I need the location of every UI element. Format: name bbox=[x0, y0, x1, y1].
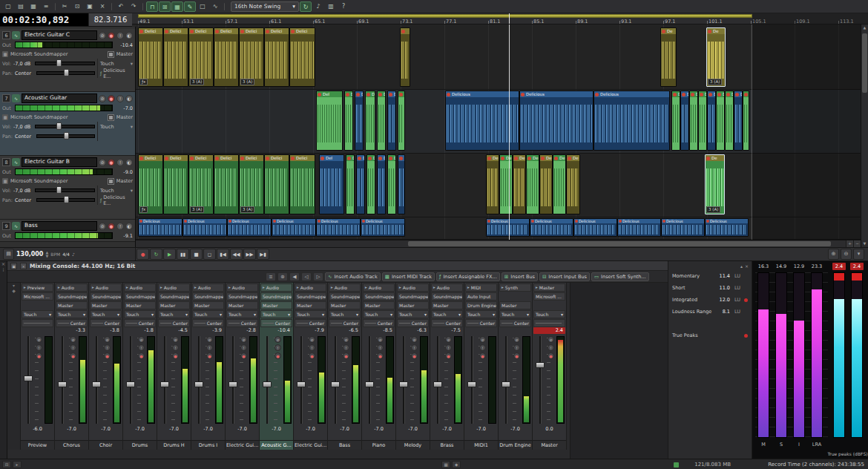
audio-clip[interactable]: De bbox=[365, 91, 375, 151]
audio-clip[interactable]: Delici bbox=[289, 154, 315, 214]
channel-name[interactable]: Electric Gui... bbox=[226, 440, 259, 450]
volume-fader[interactable] bbox=[365, 336, 374, 424]
track-name[interactable]: Bass bbox=[22, 221, 97, 231]
pan-control[interactable]: Center bbox=[90, 319, 122, 327]
channel-name[interactable]: Preview bbox=[21, 440, 54, 450]
record-arm-button[interactable]: ● bbox=[104, 352, 111, 359]
audio-clip[interactable]: Delici bbox=[264, 27, 289, 87]
channel-output[interactable]: Master bbox=[363, 301, 395, 309]
panel-expand-icon[interactable]: ▴ bbox=[740, 263, 743, 269]
track-header[interactable]: 9 ∿ Bass ⊘ ● ! ◐ Out -9.1 ▥ bbox=[0, 220, 135, 242]
volume-slider[interactable] bbox=[35, 62, 95, 65]
save-project-icon[interactable]: ▦ bbox=[27, 1, 39, 12]
channel-name[interactable]: Drums I bbox=[191, 440, 225, 450]
channel-output[interactable]: Drum Engine bbox=[465, 301, 497, 309]
channel-device[interactable]: ▸Synth bbox=[499, 283, 531, 292]
automation-mode-select[interactable]: Touch▾ bbox=[90, 310, 122, 318]
volume-fader[interactable] bbox=[331, 336, 340, 424]
channel-input[interactable]: Soundmapper bbox=[124, 292, 156, 301]
pan-control[interactable] bbox=[533, 319, 565, 327]
bpm-spinner[interactable]: ▲▼ bbox=[45, 251, 48, 258]
redo-icon[interactable]: ↷ bbox=[128, 1, 139, 12]
phase-button[interactable]: ◐ bbox=[125, 159, 133, 166]
mute-button[interactable]: ⊘ bbox=[309, 336, 315, 343]
automation-mode-select[interactable]: Touch▾ bbox=[499, 310, 531, 318]
play-button[interactable]: ▶ bbox=[163, 249, 176, 260]
mute-button[interactable]: ⊘ bbox=[138, 336, 145, 343]
solo-button[interactable]: ! bbox=[116, 159, 124, 166]
pin-icon[interactable]: ▣ bbox=[10, 263, 17, 269]
solo-button[interactable]: ! bbox=[411, 344, 418, 351]
audio-clip[interactable]: De bbox=[707, 91, 716, 151]
channel-name[interactable]: Brass bbox=[430, 440, 464, 450]
automation-mode-select[interactable]: Touch▾ bbox=[533, 310, 565, 318]
solo-button[interactable]: ! bbox=[116, 223, 124, 230]
channel-strip[interactable]: ▸Master Microsoft ... Touch▾ 2.4 ⊘ ! bbox=[533, 283, 567, 450]
channel-device[interactable]: ▸Audio bbox=[56, 283, 88, 292]
pan-control[interactable]: Center bbox=[56, 319, 88, 327]
channel-device[interactable]: ▸Audio bbox=[90, 283, 122, 292]
volume-fader[interactable] bbox=[502, 336, 510, 424]
channel-name[interactable]: Drums H bbox=[157, 440, 191, 450]
volume-fader[interactable] bbox=[24, 336, 33, 424]
audio-clip[interactable]: De bbox=[680, 91, 689, 151]
channel-device[interactable]: ▸Preview bbox=[22, 283, 53, 292]
solo-button[interactable]: ! bbox=[309, 344, 315, 351]
audio-clip[interactable]: Delici bbox=[214, 27, 239, 87]
output-bus[interactable]: Microsoft Soundmapper bbox=[10, 114, 68, 120]
mixer-nav-right-icon[interactable]: ▷ bbox=[313, 272, 323, 281]
pan-slider[interactable] bbox=[36, 134, 95, 138]
record-arm-button[interactable]: ● bbox=[36, 352, 42, 359]
solo-button[interactable]: ! bbox=[206, 344, 213, 351]
channel-name[interactable]: Bass bbox=[328, 440, 361, 450]
channel-input[interactable]: Soundmapper bbox=[397, 292, 429, 301]
mute-button[interactable]: ⊘ bbox=[99, 95, 106, 102]
audio-clip[interactable]: De bbox=[553, 154, 566, 214]
audio-clip[interactable]: Delici3 (A) bbox=[239, 27, 264, 87]
loop-region-bar[interactable] bbox=[138, 14, 752, 18]
automation-mode-select[interactable]: Touch▾ bbox=[158, 310, 190, 318]
volume-fader[interactable] bbox=[536, 336, 545, 424]
record-button[interactable]: ● bbox=[137, 249, 149, 260]
pan-control[interactable]: Center bbox=[431, 319, 463, 327]
mixer-nav-left-icon[interactable]: ◁ bbox=[301, 272, 312, 281]
automation-mode-select[interactable]: Touch▾ bbox=[260, 310, 292, 318]
audio-clip[interactable]: Delicious bbox=[617, 218, 661, 237]
volume-fader[interactable] bbox=[467, 336, 476, 424]
horizontal-scrollbar[interactable]: + − bbox=[136, 240, 861, 247]
quantize-toggle-icon[interactable]: ▦ bbox=[171, 1, 183, 12]
pan-control[interactable]: Center bbox=[124, 319, 156, 327]
channel-device[interactable]: ▸Audio bbox=[363, 283, 395, 292]
audio-clip[interactable]: Delicious bbox=[445, 91, 519, 151]
channel-output[interactable]: Master bbox=[226, 301, 258, 309]
close-icon[interactable]: × bbox=[20, 263, 27, 269]
channel-input[interactable]: Soundmapper bbox=[363, 292, 395, 301]
audio-clip[interactable]: De bbox=[344, 91, 353, 151]
automation-mode-select[interactable]: Touch▾ bbox=[226, 310, 258, 318]
audio-clip[interactable]: De bbox=[486, 154, 499, 214]
channel-output[interactable]: Master bbox=[90, 301, 122, 309]
audio-clip[interactable]: Delicious bbox=[272, 218, 316, 237]
volume-fader[interactable] bbox=[92, 336, 101, 424]
channel-output[interactable]: Master bbox=[192, 301, 224, 309]
mixer-menu-icon[interactable]: ≡ bbox=[266, 272, 276, 281]
record-arm-button[interactable]: ● bbox=[274, 352, 281, 359]
solo-button[interactable]: ! bbox=[343, 344, 349, 351]
channel-name[interactable]: Melody bbox=[396, 440, 430, 450]
audio-clip[interactable]: De3 (A) bbox=[706, 27, 726, 87]
audio-clip[interactable] bbox=[398, 91, 405, 151]
channel-strip[interactable]: ▸Audio Soundmapper Master Touch▾ Center … bbox=[89, 283, 123, 450]
automation-mode-select[interactable]: Touch▾ bbox=[22, 310, 53, 318]
undo-icon[interactable]: ↶ bbox=[115, 1, 127, 12]
mute-button[interactable]: ⊘ bbox=[206, 336, 213, 343]
volume-fader[interactable] bbox=[228, 336, 237, 424]
mixer-speaker-icon[interactable]: ◀ bbox=[289, 272, 300, 281]
channel-strip[interactable]: ▸Audio Soundmapper Master Touch▾ Center … bbox=[328, 283, 362, 450]
audio-clip[interactable]: Delicious bbox=[661, 218, 705, 237]
automation-mode-select[interactable]: Touch▾ bbox=[329, 310, 361, 318]
frame-button[interactable]: ◻ bbox=[203, 249, 216, 260]
channel-name[interactable]: Piano bbox=[362, 440, 395, 450]
volume-fader[interactable] bbox=[160, 336, 169, 424]
automation-mode-select[interactable]: Touch▾ bbox=[363, 310, 395, 318]
audio-clip[interactable]: Delicious bbox=[519, 91, 594, 151]
